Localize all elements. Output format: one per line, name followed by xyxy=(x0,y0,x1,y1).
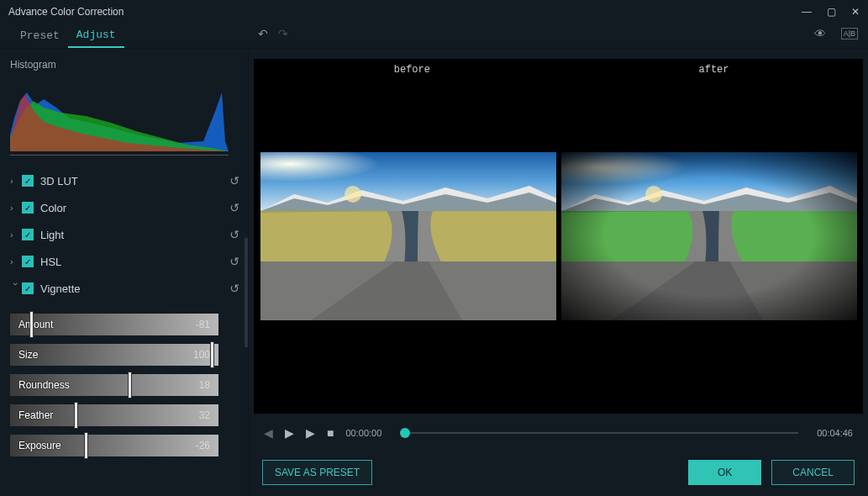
sidebar: Histogram › ✓ 3D LUT ↻ › ✓ Color ↻ › ✓ L… xyxy=(0,49,249,496)
preview-after xyxy=(561,152,857,320)
section-vignette[interactable]: › ✓ Vignette ↻ xyxy=(10,275,239,302)
minimize-button[interactable]: — xyxy=(802,6,812,18)
section-label: Color xyxy=(40,202,229,214)
save-as-preset-button[interactable]: SAVE AS PRESET xyxy=(262,460,372,485)
checkbox-hsl[interactable]: ✓ xyxy=(22,256,34,267)
redo-button[interactable]: ↷ xyxy=(278,27,288,40)
section-label: HSL xyxy=(40,256,229,268)
play-button[interactable]: ▶ xyxy=(285,426,294,440)
section-label: Vignette xyxy=(40,282,229,295)
checkbox-3d-lut[interactable]: ✓ xyxy=(22,175,34,187)
slider-exposure[interactable]: Exposure-26 xyxy=(10,435,218,456)
after-label: after xyxy=(698,64,729,76)
slider-value: 32 xyxy=(199,409,210,421)
chevron-right-icon[interactable]: › xyxy=(10,230,22,240)
stop-button[interactable]: ■ xyxy=(327,426,334,440)
prev-frame-button[interactable]: ◀ xyxy=(264,426,273,440)
slider-label: Size xyxy=(18,349,38,361)
section-label: Light xyxy=(40,229,229,241)
chevron-down-icon[interactable]: › xyxy=(11,282,21,294)
slider-value: -26 xyxy=(196,440,210,451)
undo-button[interactable]: ↶ xyxy=(258,27,268,40)
slider-label: Exposure xyxy=(18,440,61,451)
section-3d-lut[interactable]: › ✓ 3D LUT ↻ xyxy=(10,167,239,194)
chevron-right-icon[interactable]: › xyxy=(10,256,22,266)
slider-thumb[interactable] xyxy=(74,402,78,429)
preview-before xyxy=(260,152,556,320)
before-label: before xyxy=(394,64,430,76)
slider-label: Amount xyxy=(18,319,53,330)
slider-value: -81 xyxy=(196,319,210,330)
slider-thumb[interactable] xyxy=(128,372,132,398)
time-current: 00:00:00 xyxy=(345,428,381,438)
reset-icon[interactable]: ↻ xyxy=(229,255,239,268)
ab-compare-button[interactable]: A|B xyxy=(841,28,858,40)
svg-rect-10 xyxy=(561,152,857,320)
svg-point-4 xyxy=(345,186,361,203)
section-color[interactable]: › ✓ Color ↻ xyxy=(10,194,239,221)
play-alt-button[interactable]: ▶ xyxy=(306,426,315,440)
slider-amount[interactable]: Amount-81 xyxy=(10,314,218,335)
tab-preset[interactable]: Preset xyxy=(12,24,68,47)
close-button[interactable]: ✕ xyxy=(851,6,860,18)
slider-value: 18 xyxy=(199,379,210,391)
slider-value: 100 xyxy=(193,349,210,361)
section-label: 3D LUT xyxy=(40,175,229,187)
histogram-label: Histogram xyxy=(10,55,239,76)
preview-toggle-icon[interactable]: 👁 xyxy=(814,27,826,40)
chevron-right-icon[interactable]: › xyxy=(10,176,22,186)
checkbox-color[interactable]: ✓ xyxy=(22,202,34,214)
scrollbar[interactable] xyxy=(245,238,248,347)
checkbox-light[interactable]: ✓ xyxy=(22,229,34,240)
slider-label: Feather xyxy=(18,409,53,421)
playhead[interactable] xyxy=(400,428,410,438)
cancel-button[interactable]: CANCEL xyxy=(771,460,855,485)
reset-icon[interactable]: ↻ xyxy=(229,201,239,214)
maximize-button[interactable]: ▢ xyxy=(827,6,836,18)
reset-icon[interactable]: ↻ xyxy=(229,174,239,187)
slider-label: Roundness xyxy=(18,379,70,391)
window-title: Advance Color Correction xyxy=(8,6,802,18)
slider-roundness[interactable]: Roundness18 xyxy=(10,374,218,396)
tab-adjust[interactable]: Adjust xyxy=(68,24,124,48)
slider-thumb[interactable] xyxy=(210,341,214,368)
slider-thumb[interactable] xyxy=(29,311,34,338)
histogram-baseline xyxy=(10,155,229,156)
slider-size[interactable]: Size100 xyxy=(10,344,218,366)
chevron-right-icon[interactable]: › xyxy=(10,203,22,213)
checkbox-vignette[interactable]: ✓ xyxy=(22,282,34,294)
slider-thumb[interactable] xyxy=(84,432,88,459)
reset-icon[interactable]: ↻ xyxy=(229,282,239,295)
histogram xyxy=(10,76,229,151)
time-slider[interactable] xyxy=(400,432,798,434)
section-hsl[interactable]: › ✓ HSL ↻ xyxy=(10,248,239,275)
section-light[interactable]: › ✓ Light ↻ xyxy=(10,221,239,248)
time-total: 00:04:46 xyxy=(817,428,853,438)
preview-area: before after xyxy=(249,49,868,496)
reset-icon[interactable]: ↻ xyxy=(229,228,239,241)
slider-feather[interactable]: Feather32 xyxy=(10,404,218,426)
ok-button[interactable]: OK xyxy=(688,460,761,485)
